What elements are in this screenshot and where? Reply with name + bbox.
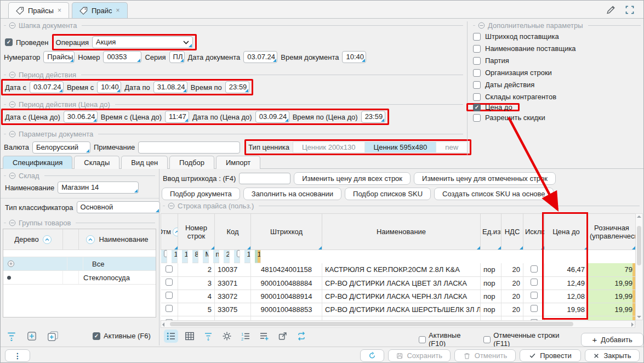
extra-param-item[interactable]: Штрихкод поставщика bbox=[473, 32, 637, 41]
checkbox[interactable] bbox=[473, 104, 481, 111]
collapse-icon[interactable] bbox=[9, 101, 16, 108]
checkbox[interactable] bbox=[473, 114, 481, 122]
row-mark-checkbox[interactable] bbox=[166, 305, 173, 312]
extra-param-item[interactable]: Организация строки bbox=[473, 69, 637, 77]
collapse-icon[interactable] bbox=[9, 22, 16, 29]
tab-specification[interactable]: Спецификация bbox=[3, 156, 72, 169]
create-sku-list-button[interactable]: Создать список SKU на основе bbox=[434, 188, 553, 200]
add-list-rows-icon[interactable] bbox=[257, 330, 271, 343]
column-tree[interactable]: Дерево bbox=[14, 235, 38, 243]
goods-group-row[interactable]: Все bbox=[3, 257, 156, 271]
period-price-date-from-field[interactable]: 30.06.24 bbox=[64, 111, 98, 123]
sort-asc-icon[interactable] bbox=[86, 235, 95, 244]
numerator-field[interactable]: Прайсы bbox=[43, 51, 75, 63]
column-exclude[interactable]: Исключить bbox=[523, 214, 545, 250]
operation-select[interactable]: Акция bbox=[92, 36, 193, 48]
checkbox[interactable] bbox=[473, 81, 481, 89]
extra-param-item[interactable]: Даты действия bbox=[473, 81, 637, 89]
close-tab-icon[interactable]: × bbox=[116, 7, 120, 14]
tab-import[interactable]: Импорт bbox=[216, 156, 260, 169]
active-f10-toggle[interactable]: Активные (F10) bbox=[419, 331, 478, 348]
tab-selection[interactable]: Подбор bbox=[169, 156, 214, 169]
price-tag-option-200x130[interactable]: Ценник 200x130 bbox=[293, 142, 365, 152]
column-row-number[interactable]: Номер строк bbox=[178, 214, 215, 250]
series-field[interactable]: ПЛ bbox=[169, 51, 185, 63]
scroll-up-arrow[interactable] bbox=[637, 215, 641, 218]
pick-sku-lists-button[interactable]: Подбор списков SKU bbox=[345, 188, 431, 200]
expand-node-icon[interactable] bbox=[7, 260, 15, 268]
proveden-checkbox[interactable] bbox=[5, 38, 13, 46]
checkbox[interactable] bbox=[473, 33, 481, 41]
numbered-list-icon[interactable]: 12 bbox=[238, 330, 253, 343]
export-icon[interactable] bbox=[276, 330, 290, 343]
scrollbar-thumb[interactable] bbox=[170, 322, 573, 326]
table-row[interactable]: 1167168009346005658МАСЛО ОЛИВК.СПЕРОНИ П… bbox=[161, 250, 178, 263]
filter-icon[interactable] bbox=[201, 330, 215, 343]
edit-pencil-icon[interactable] bbox=[606, 4, 616, 15]
checkbox[interactable] bbox=[419, 336, 426, 343]
column-retail[interactable]: Розничная (управленческая) bbox=[588, 214, 636, 250]
tab-warehouses[interactable]: Склады bbox=[74, 156, 119, 169]
scrollbar-thumb[interactable] bbox=[637, 226, 641, 265]
fill-on-basis-button[interactable]: Заполнить на основании bbox=[243, 188, 341, 200]
extra-param-item[interactable]: Партия bbox=[473, 56, 637, 65]
doc-date-field[interactable]: 03.07.24 bbox=[243, 51, 277, 63]
marked-rows-f11-toggle[interactable]: Отмеченные строки (F11) bbox=[483, 331, 575, 348]
collapse-icon[interactable] bbox=[9, 131, 16, 138]
period-time-from-field[interactable]: 10:40 bbox=[97, 81, 121, 93]
table-row[interactable]: 5330759000100488853СР-ВО Д/СТИРКИ ЛАСКА … bbox=[161, 303, 636, 316]
currency-field[interactable]: Белорусский bbox=[32, 141, 90, 154]
checkbox[interactable] bbox=[473, 69, 481, 77]
sort-asc-icon[interactable] bbox=[43, 235, 52, 244]
save-button[interactable]: Сохранить bbox=[388, 349, 451, 362]
extra-param-item[interactable]: Склады контрагентов bbox=[473, 93, 637, 101]
column-code[interactable]: Код bbox=[215, 214, 251, 250]
cancel-button[interactable]: Отменить bbox=[454, 349, 516, 362]
column-marked[interactable]: Отм bbox=[161, 214, 178, 250]
price-to-annotation-box[interactable]: Цена до bbox=[466, 103, 520, 111]
add-multiple-icon[interactable] bbox=[47, 331, 59, 342]
price-tag-option-595x480[interactable]: Ценник 595x480 bbox=[365, 142, 437, 152]
exclude-checkbox[interactable] bbox=[531, 279, 538, 286]
collapse-icon[interactable] bbox=[9, 71, 16, 78]
number-field[interactable]: 00353 bbox=[103, 51, 141, 63]
goods-group-row[interactable]: Стеклопосуда bbox=[3, 271, 156, 285]
close-button[interactable]: Закрыть bbox=[585, 349, 640, 362]
row-mark-checkbox[interactable] bbox=[166, 265, 173, 273]
row-mark-checkbox[interactable] bbox=[164, 250, 167, 257]
period-date-from-field[interactable]: 03.07.24 bbox=[30, 81, 64, 93]
extra-param-item[interactable]: Разрешить скидки bbox=[473, 114, 637, 122]
scroll-right-arrow[interactable] bbox=[631, 322, 634, 327]
active-f6-toggle[interactable]: Активные (F6) bbox=[93, 332, 151, 340]
column-unit[interactable]: Ед.изм. bbox=[481, 214, 501, 250]
change-price-all-button[interactable]: Изменить цену для всех строк bbox=[294, 172, 411, 185]
scroll-down-arrow[interactable] bbox=[637, 316, 641, 318]
period-price-date-to-field[interactable]: 03.09.24 bbox=[255, 111, 289, 123]
barcode-input[interactable] bbox=[239, 173, 290, 184]
period-date-to-field[interactable]: 31.08.24 bbox=[153, 81, 187, 93]
add-item-icon[interactable] bbox=[26, 331, 37, 342]
exclude-checkbox[interactable] bbox=[531, 292, 538, 299]
classifier-field[interactable]: Основной bbox=[77, 201, 160, 213]
scroll-left-arrow[interactable] bbox=[162, 322, 164, 327]
column-price-to[interactable]: Цена до bbox=[545, 214, 588, 250]
column-barcode[interactable]: Штрихкод bbox=[251, 214, 322, 250]
list-view-icon[interactable] bbox=[164, 330, 178, 343]
vertical-scrollbar[interactable] bbox=[635, 213, 643, 320]
period-price-time-from-field[interactable]: 11:47 bbox=[165, 111, 189, 123]
table-row[interactable]: 4330729000100488914СР-ВО Д/СТИРКИ ЛАСКА … bbox=[161, 290, 636, 303]
checkbox[interactable] bbox=[473, 93, 481, 101]
add-row-button[interactable]: +Добавить bbox=[581, 333, 643, 347]
window-tab-price[interactable]: Прайс × bbox=[72, 2, 128, 18]
collapse-icon[interactable] bbox=[478, 22, 485, 29]
grid-view-icon[interactable] bbox=[183, 330, 197, 343]
row-mark-checkbox[interactable] bbox=[166, 292, 173, 299]
checkbox[interactable] bbox=[93, 332, 100, 340]
collapse-icon[interactable] bbox=[9, 172, 16, 179]
checkbox[interactable] bbox=[473, 57, 481, 65]
refresh-button[interactable] bbox=[360, 349, 384, 362]
post-button[interactable]: Провести bbox=[520, 349, 581, 362]
exclude-checkbox[interactable] bbox=[237, 250, 240, 257]
window-tab-pricelists[interactable]: Прайсы × bbox=[8, 2, 69, 18]
panel-splitter[interactable] bbox=[159, 169, 159, 345]
